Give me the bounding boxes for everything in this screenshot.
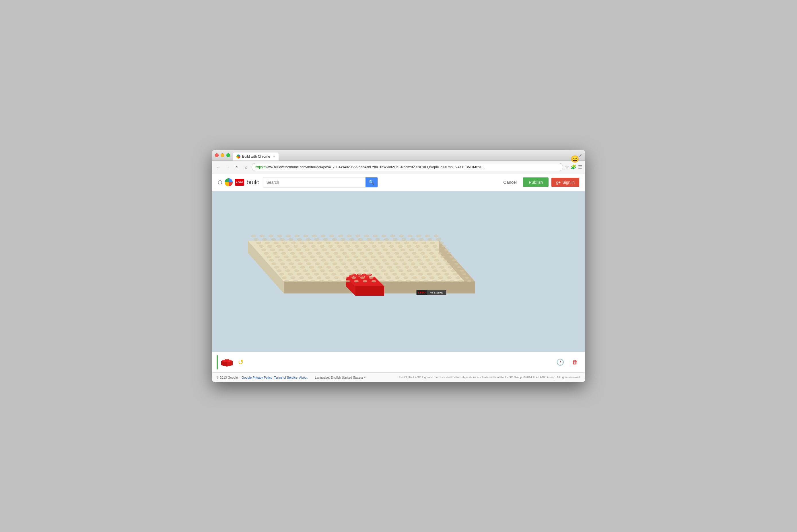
- build-title: build: [247, 178, 260, 186]
- lego-logo: LEGO: [235, 179, 244, 186]
- address-bar: ← → ↻ ⌂ https://www.buildwithchrome.com/…: [212, 161, 585, 173]
- close-button[interactable]: [215, 153, 219, 157]
- gplus-icon: g+: [556, 180, 561, 185]
- delete-button[interactable]: 🗑: [569, 357, 580, 368]
- header-right: Cancel Publish g+ Sign in: [500, 177, 579, 187]
- forward-button[interactable]: →: [224, 164, 232, 171]
- chrome-logo: [225, 178, 233, 186]
- tab-close-icon[interactable]: ✕: [273, 155, 275, 158]
- extensions-icon[interactable]: 🧩: [570, 164, 576, 170]
- back-button[interactable]: ←: [215, 164, 222, 171]
- toolbar-right: 🕐 🗑: [555, 357, 580, 368]
- address-input[interactable]: https://www.buildwithchrome.com/m/builde…: [252, 163, 563, 171]
- terms-link[interactable]: Terms of Service: [274, 376, 297, 379]
- emoji-icon: 😄: [570, 155, 579, 163]
- language-label: Language: English (United States): [315, 376, 363, 379]
- red-brick-front: [356, 286, 384, 296]
- rotate-button[interactable]: ↺: [235, 357, 247, 368]
- menu-icon[interactable]: ☰: [578, 164, 582, 170]
- search-button[interactable]: 🔍: [365, 177, 378, 187]
- browser-tab[interactable]: Build with Chrome ✕: [233, 152, 278, 160]
- brick-stud-8: [367, 274, 372, 276]
- baseplate-svg: LEGO No. 8325950: [212, 191, 499, 352]
- bottom-toolbar: ↺ 🕐 🗑: [212, 352, 585, 372]
- signin-button[interactable]: g+ Sign in: [551, 178, 579, 187]
- svg-point-4: [225, 359, 227, 360]
- copyright-short: © 2013 Google -: [217, 376, 240, 379]
- window-controls-right: ⤢ 😄: [579, 153, 582, 158]
- brick-stud-7: [362, 274, 367, 276]
- plate-number-text: No. 8325950: [430, 291, 443, 294]
- home-button[interactable]: ⌂: [242, 164, 250, 171]
- svg-point-3: [222, 360, 225, 361]
- tab-favicon: [236, 154, 240, 158]
- canvas-area[interactable]: LEGO No. 8325950: [212, 191, 585, 352]
- brick-selector: ↺: [217, 355, 247, 370]
- bookmark-icon[interactable]: ☆: [565, 164, 569, 170]
- minimize-button[interactable]: [221, 153, 224, 157]
- footer: © 2013 Google - Google Privacy Policy Te…: [212, 372, 585, 382]
- url-protocol: https://: [255, 165, 266, 169]
- url-domain: www.buildwithchrome.com: [266, 165, 306, 169]
- app-header: ⬡ LEGO build 🔍 Cancel Publish g+ Sign in: [212, 173, 585, 191]
- address-url: https://www.buildwithchrome.com/m/builde…: [255, 165, 485, 169]
- tab-area: Build with Chrome ✕: [233, 150, 278, 160]
- publish-button[interactable]: Publish: [523, 177, 548, 187]
- header-left: ⬡ LEGO build: [218, 178, 260, 186]
- lego-copyright: LEGO, the LEGO logo and the Brick and kn…: [399, 376, 580, 379]
- search-input[interactable]: [264, 180, 365, 185]
- refresh-button[interactable]: ↻: [233, 164, 241, 171]
- selector-bar: [217, 355, 218, 369]
- title-bar: Build with Chrome ✕ ⤢ 😄: [212, 150, 585, 161]
- svg-point-5: [227, 359, 229, 360]
- about-link[interactable]: About: [299, 376, 308, 379]
- cancel-button[interactable]: Cancel: [500, 178, 520, 186]
- header-search[interactable]: 🔍: [263, 177, 378, 188]
- signin-label: Sign in: [562, 180, 575, 185]
- brick-svg: [220, 357, 234, 368]
- svg-point-6: [229, 360, 232, 361]
- tab-title: Build with Chrome: [242, 154, 270, 158]
- brick-stud-6: [357, 274, 362, 276]
- url-path: /m/builder#pos=170314x402065&load=ahFzfm…: [306, 165, 485, 169]
- mac-window: Build with Chrome ✕ ⤢ 😄 ← → ↻ ⌂ https://…: [212, 150, 585, 382]
- address-right-icons: ☆ 🧩 ☰: [565, 164, 582, 170]
- traffic-lights: [215, 153, 230, 157]
- language-selector[interactable]: Language: English (United States) ▾: [315, 376, 366, 379]
- history-button[interactable]: 🕐: [555, 357, 565, 368]
- brick-thumbnail[interactable]: [219, 355, 234, 370]
- lego-label-text: LEGO: [418, 291, 425, 294]
- brick-stud-5: [351, 274, 356, 276]
- maximize-button[interactable]: [227, 153, 230, 157]
- privacy-link[interactable]: Google Privacy Policy: [241, 376, 272, 379]
- lang-dropdown-icon[interactable]: ▾: [364, 376, 366, 379]
- share-icon[interactable]: ⬡: [218, 179, 222, 186]
